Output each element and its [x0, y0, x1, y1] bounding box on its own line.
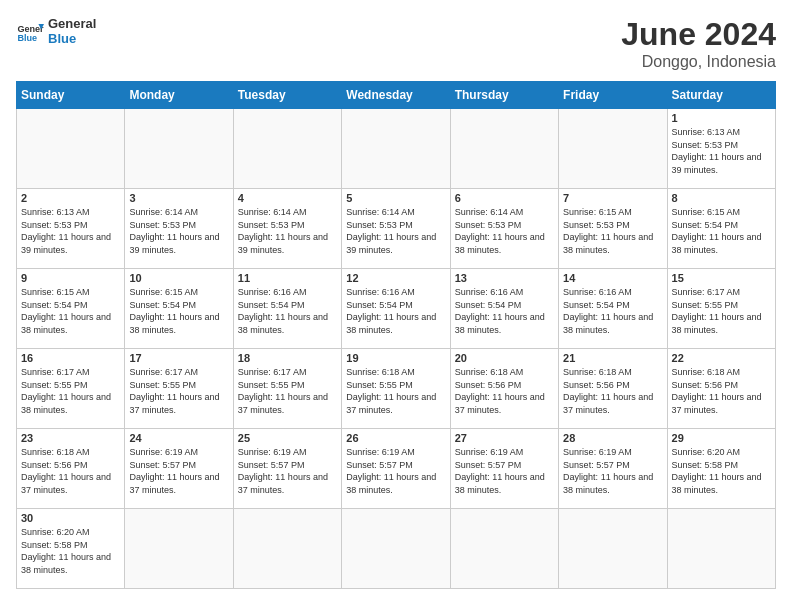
day-number: 19 [346, 352, 445, 364]
calendar-week-row: 30Sunrise: 6:20 AMSunset: 5:58 PMDayligh… [17, 509, 776, 589]
calendar-day-cell: 14Sunrise: 6:16 AMSunset: 5:54 PMDayligh… [559, 269, 667, 349]
weekday-header-thursday: Thursday [450, 82, 558, 109]
location-subtitle: Donggo, Indonesia [621, 53, 776, 71]
day-info: Sunrise: 6:17 AMSunset: 5:55 PMDaylight:… [129, 366, 228, 416]
day-info: Sunrise: 6:13 AMSunset: 5:53 PMDaylight:… [672, 126, 771, 176]
calendar-day-cell [667, 509, 775, 589]
calendar-day-cell: 13Sunrise: 6:16 AMSunset: 5:54 PMDayligh… [450, 269, 558, 349]
logo-general-text: General [48, 16, 96, 31]
weekday-header-friday: Friday [559, 82, 667, 109]
calendar-week-row: 23Sunrise: 6:18 AMSunset: 5:56 PMDayligh… [17, 429, 776, 509]
svg-text:Blue: Blue [17, 33, 37, 43]
day-number: 23 [21, 432, 120, 444]
day-info: Sunrise: 6:17 AMSunset: 5:55 PMDaylight:… [672, 286, 771, 336]
day-number: 7 [563, 192, 662, 204]
calendar-day-cell [342, 509, 450, 589]
day-info: Sunrise: 6:15 AMSunset: 5:54 PMDaylight:… [21, 286, 120, 336]
calendar-day-cell [559, 109, 667, 189]
day-number: 21 [563, 352, 662, 364]
day-number: 5 [346, 192, 445, 204]
day-number: 29 [672, 432, 771, 444]
day-number: 22 [672, 352, 771, 364]
month-year-title: June 2024 [621, 16, 776, 53]
weekday-header-saturday: Saturday [667, 82, 775, 109]
day-info: Sunrise: 6:19 AMSunset: 5:57 PMDaylight:… [346, 446, 445, 496]
calendar-day-cell: 28Sunrise: 6:19 AMSunset: 5:57 PMDayligh… [559, 429, 667, 509]
calendar-day-cell: 25Sunrise: 6:19 AMSunset: 5:57 PMDayligh… [233, 429, 341, 509]
calendar-day-cell [125, 509, 233, 589]
calendar-day-cell: 19Sunrise: 6:18 AMSunset: 5:55 PMDayligh… [342, 349, 450, 429]
calendar-day-cell: 9Sunrise: 6:15 AMSunset: 5:54 PMDaylight… [17, 269, 125, 349]
weekday-header-wednesday: Wednesday [342, 82, 450, 109]
day-info: Sunrise: 6:16 AMSunset: 5:54 PMDaylight:… [238, 286, 337, 336]
day-number: 6 [455, 192, 554, 204]
calendar-day-cell: 4Sunrise: 6:14 AMSunset: 5:53 PMDaylight… [233, 189, 341, 269]
logo-blue-text: Blue [48, 31, 96, 46]
day-info: Sunrise: 6:14 AMSunset: 5:53 PMDaylight:… [346, 206, 445, 256]
calendar-day-cell: 5Sunrise: 6:14 AMSunset: 5:53 PMDaylight… [342, 189, 450, 269]
day-number: 11 [238, 272, 337, 284]
day-info: Sunrise: 6:19 AMSunset: 5:57 PMDaylight:… [563, 446, 662, 496]
calendar-day-cell: 21Sunrise: 6:18 AMSunset: 5:56 PMDayligh… [559, 349, 667, 429]
calendar-week-row: 16Sunrise: 6:17 AMSunset: 5:55 PMDayligh… [17, 349, 776, 429]
calendar-day-cell: 17Sunrise: 6:17 AMSunset: 5:55 PMDayligh… [125, 349, 233, 429]
day-number: 25 [238, 432, 337, 444]
calendar-day-cell: 10Sunrise: 6:15 AMSunset: 5:54 PMDayligh… [125, 269, 233, 349]
day-number: 13 [455, 272, 554, 284]
day-info: Sunrise: 6:18 AMSunset: 5:56 PMDaylight:… [21, 446, 120, 496]
day-number: 28 [563, 432, 662, 444]
day-number: 15 [672, 272, 771, 284]
day-number: 18 [238, 352, 337, 364]
calendar-day-cell: 26Sunrise: 6:19 AMSunset: 5:57 PMDayligh… [342, 429, 450, 509]
day-info: Sunrise: 6:15 AMSunset: 5:53 PMDaylight:… [563, 206, 662, 256]
day-number: 12 [346, 272, 445, 284]
calendar-day-cell: 27Sunrise: 6:19 AMSunset: 5:57 PMDayligh… [450, 429, 558, 509]
page-header: General Blue General Blue June 2024 Dong… [16, 16, 776, 71]
calendar-day-cell: 2Sunrise: 6:13 AMSunset: 5:53 PMDaylight… [17, 189, 125, 269]
calendar-day-cell [125, 109, 233, 189]
day-info: Sunrise: 6:14 AMSunset: 5:53 PMDaylight:… [455, 206, 554, 256]
weekday-header-row: SundayMondayTuesdayWednesdayThursdayFrid… [17, 82, 776, 109]
calendar-day-cell: 16Sunrise: 6:17 AMSunset: 5:55 PMDayligh… [17, 349, 125, 429]
day-info: Sunrise: 6:15 AMSunset: 5:54 PMDaylight:… [672, 206, 771, 256]
day-info: Sunrise: 6:18 AMSunset: 5:56 PMDaylight:… [455, 366, 554, 416]
day-info: Sunrise: 6:16 AMSunset: 5:54 PMDaylight:… [563, 286, 662, 336]
day-info: Sunrise: 6:18 AMSunset: 5:55 PMDaylight:… [346, 366, 445, 416]
day-number: 27 [455, 432, 554, 444]
day-number: 10 [129, 272, 228, 284]
weekday-header-tuesday: Tuesday [233, 82, 341, 109]
calendar-day-cell [17, 109, 125, 189]
day-info: Sunrise: 6:14 AMSunset: 5:53 PMDaylight:… [238, 206, 337, 256]
day-info: Sunrise: 6:19 AMSunset: 5:57 PMDaylight:… [129, 446, 228, 496]
calendar-day-cell [559, 509, 667, 589]
day-number: 2 [21, 192, 120, 204]
day-info: Sunrise: 6:20 AMSunset: 5:58 PMDaylight:… [21, 526, 120, 576]
day-info: Sunrise: 6:18 AMSunset: 5:56 PMDaylight:… [563, 366, 662, 416]
day-info: Sunrise: 6:18 AMSunset: 5:56 PMDaylight:… [672, 366, 771, 416]
day-info: Sunrise: 6:20 AMSunset: 5:58 PMDaylight:… [672, 446, 771, 496]
calendar-day-cell: 3Sunrise: 6:14 AMSunset: 5:53 PMDaylight… [125, 189, 233, 269]
logo-icon: General Blue [16, 17, 44, 45]
calendar-day-cell [450, 109, 558, 189]
weekday-header-sunday: Sunday [17, 82, 125, 109]
calendar-day-cell: 6Sunrise: 6:14 AMSunset: 5:53 PMDaylight… [450, 189, 558, 269]
calendar-day-cell: 12Sunrise: 6:16 AMSunset: 5:54 PMDayligh… [342, 269, 450, 349]
day-number: 16 [21, 352, 120, 364]
calendar-day-cell: 1Sunrise: 6:13 AMSunset: 5:53 PMDaylight… [667, 109, 775, 189]
day-number: 3 [129, 192, 228, 204]
calendar-day-cell [342, 109, 450, 189]
calendar-day-cell: 24Sunrise: 6:19 AMSunset: 5:57 PMDayligh… [125, 429, 233, 509]
calendar-day-cell: 11Sunrise: 6:16 AMSunset: 5:54 PMDayligh… [233, 269, 341, 349]
calendar-week-row: 2Sunrise: 6:13 AMSunset: 5:53 PMDaylight… [17, 189, 776, 269]
day-info: Sunrise: 6:17 AMSunset: 5:55 PMDaylight:… [21, 366, 120, 416]
calendar-day-cell [450, 509, 558, 589]
day-number: 26 [346, 432, 445, 444]
day-number: 20 [455, 352, 554, 364]
calendar-day-cell: 7Sunrise: 6:15 AMSunset: 5:53 PMDaylight… [559, 189, 667, 269]
day-number: 24 [129, 432, 228, 444]
day-number: 30 [21, 512, 120, 524]
day-info: Sunrise: 6:16 AMSunset: 5:54 PMDaylight:… [455, 286, 554, 336]
day-info: Sunrise: 6:17 AMSunset: 5:55 PMDaylight:… [238, 366, 337, 416]
calendar-day-cell: 23Sunrise: 6:18 AMSunset: 5:56 PMDayligh… [17, 429, 125, 509]
day-number: 1 [672, 112, 771, 124]
